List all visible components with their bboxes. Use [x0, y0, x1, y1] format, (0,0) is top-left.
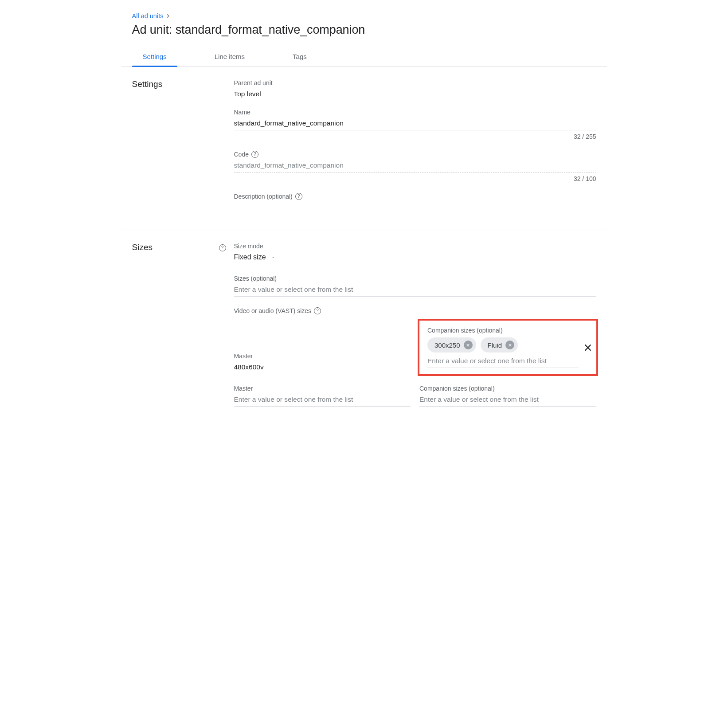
- section-sizes: Sizes ? Size mode Fixed size Sizes (opti…: [121, 230, 607, 419]
- chip-remove-icon[interactable]: [464, 341, 473, 349]
- code-label: Code: [234, 151, 249, 158]
- page-title: Ad unit: standard_format_native_companio…: [132, 23, 596, 37]
- chip-label: Fluid: [488, 341, 502, 349]
- master-input[interactable]: [234, 363, 411, 371]
- size-mode-value: Fixed size: [234, 253, 266, 261]
- chip-label: 300x250: [434, 341, 460, 349]
- companion-input[interactable]: [427, 357, 579, 365]
- master-label: Master: [234, 385, 411, 392]
- master-input-2[interactable]: [234, 396, 411, 404]
- name-label: Name: [234, 109, 596, 116]
- vast-sizes-label: Video or audio (VAST) sizes: [234, 307, 312, 314]
- code-counter: 32 / 100: [234, 175, 596, 182]
- name-input[interactable]: [234, 119, 596, 127]
- code-value: standard_format_native_companion: [234, 161, 344, 169]
- caret-down-icon: [270, 255, 276, 260]
- breadcrumb-parent-link[interactable]: All ad units: [132, 12, 164, 20]
- size-mode-label: Size mode: [234, 243, 596, 250]
- parent-ad-unit-value: Top level: [234, 90, 596, 98]
- chip-fluid: Fluid: [481, 337, 518, 353]
- tabs: Settings Line items Tags: [121, 53, 607, 67]
- help-icon[interactable]: ?: [295, 193, 302, 200]
- description-label: Description (optional): [234, 193, 293, 200]
- master-label: Master: [234, 353, 411, 360]
- help-icon[interactable]: ?: [251, 151, 258, 158]
- tab-tags[interactable]: Tags: [282, 53, 317, 67]
- description-input[interactable]: [234, 206, 596, 214]
- companion-label: Companion sizes (optional): [427, 327, 579, 334]
- companion-input-2[interactable]: [419, 396, 596, 404]
- chip-remove-icon[interactable]: [505, 341, 514, 349]
- chevron-right-icon: [165, 13, 171, 19]
- chip-300x250: 300x250: [427, 337, 476, 353]
- sizes-input[interactable]: [234, 286, 596, 294]
- name-counter: 32 / 255: [234, 133, 596, 140]
- section-settings-heading: Settings: [132, 79, 163, 89]
- help-icon[interactable]: ?: [219, 244, 226, 251]
- size-mode-select[interactable]: Fixed size: [234, 253, 283, 264]
- parent-ad-unit-label: Parent ad unit: [234, 79, 596, 86]
- companion-label: Companion sizes (optional): [419, 385, 596, 392]
- close-icon[interactable]: [583, 343, 593, 353]
- breadcrumb: All ad units: [132, 12, 596, 20]
- tab-line-items[interactable]: Line items: [204, 53, 255, 67]
- companion-highlight: Companion sizes (optional) 300x250: [418, 319, 598, 376]
- sizes-label: Sizes (optional): [234, 275, 596, 282]
- help-icon[interactable]: ?: [314, 307, 321, 314]
- section-sizes-heading: Sizes: [132, 243, 153, 252]
- tab-settings[interactable]: Settings: [132, 53, 177, 67]
- section-settings: Settings Parent ad unit Top level Name 3…: [121, 67, 607, 230]
